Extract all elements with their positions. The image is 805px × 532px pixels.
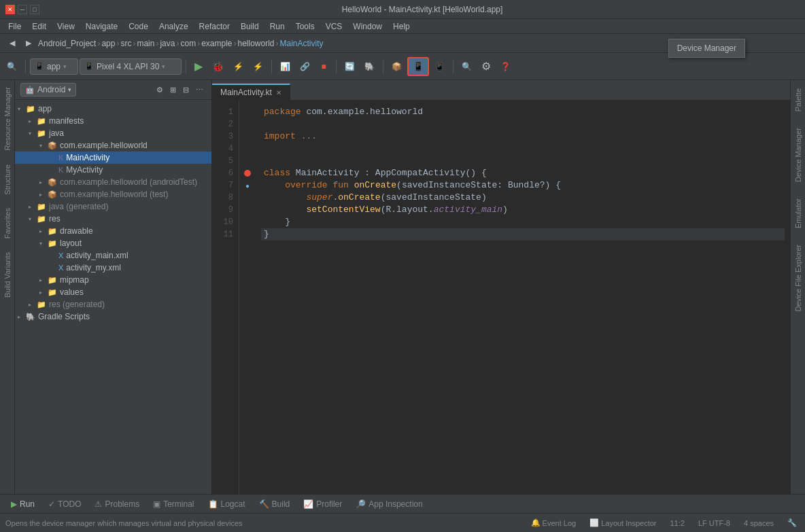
structure-tab[interactable]: Structure <box>1 158 14 202</box>
right-tab-device-manager[interactable]: Device Manager <box>791 120 805 190</box>
tree-activity-my-xml[interactable]: X activity_my.xml <box>15 262 211 274</box>
profiler-button[interactable]: 📊 <box>276 57 294 76</box>
close-button[interactable]: ✕ <box>5 5 15 14</box>
avd-manager-button[interactable]: 📱 <box>430 57 449 76</box>
toolbar-search-button[interactable]: 🔍 <box>3 57 21 76</box>
tree-res[interactable]: ▾ 📁 res <box>15 213 211 225</box>
bottom-tab-profiler[interactable]: 📈 Profiler <box>298 498 347 510</box>
menu-build[interactable]: Build <box>235 20 264 33</box>
favorites-tab[interactable]: Favorites <box>1 201 14 245</box>
menu-code[interactable]: Code <box>123 20 154 33</box>
stop-button[interactable]: ■ <box>315 57 332 76</box>
android-view-dropdown[interactable]: 🤖 Android ▾ <box>20 83 76 96</box>
menu-tools[interactable]: Tools <box>290 20 320 33</box>
breadcrumb-main[interactable]: main <box>137 39 154 48</box>
run-with-coverage-button[interactable]: ⚡ <box>229 57 247 76</box>
tree-com-example-helloworld[interactable]: ▾ 📦 com.example.helloworld <box>15 139 211 152</box>
device-dropdown[interactable]: 📱 Pixel 4 XL API 30 ▾ <box>80 58 182 75</box>
tree-layout[interactable]: ▾ 📁 layout <box>15 237 211 249</box>
sync-button[interactable]: 🔄 <box>341 57 359 76</box>
gutter-breakpoint[interactable] <box>239 167 256 179</box>
encoding-info[interactable]: LF UTF-8 <box>696 518 733 529</box>
event-log-button[interactable]: 🔔 Event Log <box>528 517 579 529</box>
sidebar-more-icon[interactable]: ⋯ <box>193 84 206 96</box>
forward-button[interactable]: ▶ <box>22 37 35 49</box>
app-module-dropdown[interactable]: 📱 app ▾ <box>30 58 78 75</box>
menu-navigate[interactable]: Navigate <box>80 20 123 33</box>
build-variants-tab[interactable]: Build Variants <box>1 245 14 304</box>
tree-res-generated[interactable]: ▸ 📁 res (generated) <box>15 298 211 311</box>
maximize-button[interactable]: □ <box>30 5 39 14</box>
device-manager-button[interactable]: 📱 <box>407 57 429 76</box>
right-tab-device-file-explorer[interactable]: Device File Explorer <box>791 236 805 319</box>
code-line-7: override fun onCreate(savedInstanceState… <box>261 179 785 192</box>
code-content[interactable]: package com.example.helloworld import ..… <box>256 101 790 494</box>
find-action-button[interactable]: 🔍 <box>458 57 476 76</box>
breadcrumb-mainactivity[interactable]: MainActivity <box>280 39 324 48</box>
debug-button[interactable]: 🐞 <box>208 57 228 76</box>
bottom-tab-todo[interactable]: ✓ TODO <box>43 498 86 510</box>
bottom-tab-logcat[interactable]: 📋 Logcat <box>203 498 251 510</box>
sidebar-settings-icon[interactable]: ⚙ <box>154 84 166 96</box>
bottom-tab-run[interactable]: ▶ Run <box>5 498 40 510</box>
menu-view[interactable]: View <box>52 20 80 33</box>
menu-refactor[interactable]: Refactor <box>194 20 235 33</box>
tree-java-generated[interactable]: ▸ 📁 java (generated) <box>15 200 211 213</box>
tree-java[interactable]: ▾ 📁 java <box>15 127 211 139</box>
menu-vcs[interactable]: VCS <box>320 20 348 33</box>
breadcrumb-src[interactable]: src <box>120 39 131 48</box>
sidebar-expand-icon[interactable]: ⊞ <box>167 84 179 96</box>
tree-activity-main-xml[interactable]: X activity_main.xml <box>15 249 211 262</box>
breadcrumb-android-project[interactable]: Android_Project <box>38 39 96 48</box>
tree-layout-arrow: ▾ <box>39 241 48 247</box>
tree-myactivity[interactable]: K MyActivity <box>15 164 211 176</box>
resource-manager-tab[interactable]: Resource Manager <box>1 80 14 158</box>
bottom-tab-problems[interactable]: ⚠ Problems <box>89 498 145 510</box>
tree-values[interactable]: ▸ 📁 values <box>15 286 211 298</box>
gradle-button[interactable]: 🐘 <box>360 57 379 76</box>
sdk-manager-button[interactable]: 📦 <box>388 57 406 76</box>
tree-drawable[interactable]: ▸ 📁 drawable <box>15 225 211 237</box>
menu-help[interactable]: Help <box>388 20 415 33</box>
androidtest-folder-icon: 📦 <box>48 178 57 187</box>
menu-analyze[interactable]: Analyze <box>154 20 194 33</box>
attach-debugger-button[interactable]: 🔗 <box>296 57 314 76</box>
apply-changes-button[interactable]: ⚡ <box>249 57 267 76</box>
minimize-button[interactable]: ─ <box>18 5 27 14</box>
menu-file[interactable]: File <box>3 20 27 33</box>
bottom-tab-app-inspection[interactable]: 🔎 App Inspection <box>350 498 428 510</box>
tree-gradle-scripts[interactable]: ▸ 🐘 Gradle Scripts <box>15 311 211 323</box>
tree-androidtest[interactable]: ▸ 📦 com.example.helloworld (androidTest) <box>15 176 211 188</box>
indent-info[interactable]: 4 spaces <box>741 518 776 529</box>
menu-run[interactable]: Run <box>264 20 290 33</box>
breadcrumb-app[interactable]: app <box>101 39 115 48</box>
tree-manifests[interactable]: ▸ 📁 manifests <box>15 115 211 127</box>
tree-app[interactable]: ▾ 📁 app <box>15 103 211 115</box>
settings-button[interactable]: ⚙ <box>477 57 495 76</box>
tab-close-button[interactable]: ✕ <box>276 89 281 96</box>
back-button[interactable]: ◀ <box>5 37 19 49</box>
code-line-1: package com.example.helloworld <box>261 106 785 118</box>
mainactivity-tab[interactable]: MainActivity.kt ✕ <box>212 84 290 100</box>
menu-edit[interactable]: Edit <box>27 20 52 33</box>
editor-tabs: MainActivity.kt ✕ <box>212 80 790 101</box>
bottom-tab-terminal[interactable]: ▣ Terminal <box>148 498 199 510</box>
breadcrumb-example[interactable]: example <box>201 39 232 48</box>
layout-inspector-button[interactable]: ⬜ Layout Inspector <box>587 517 659 529</box>
tree-mipmap[interactable]: ▸ 📁 mipmap <box>15 274 211 286</box>
bottom-tab-build[interactable]: 🔨 Build <box>254 498 296 510</box>
help-button[interactable]: ❓ <box>496 57 515 76</box>
menu-window[interactable]: Window <box>347 20 388 33</box>
tree-test[interactable]: ▸ 📦 com.example.helloworld (test) <box>15 188 211 200</box>
run-button[interactable]: ▶ <box>190 57 207 76</box>
status-message: Opens the device manager which manages v… <box>5 519 243 527</box>
breadcrumb-com[interactable]: com <box>180 39 196 48</box>
right-tab-palette[interactable]: Palette <box>791 80 805 120</box>
main-layout: Resource Manager Structure Favorites Bui… <box>0 80 805 494</box>
sidebar-collapse-icon[interactable]: ⊟ <box>180 84 192 96</box>
breadcrumb-helloworld[interactable]: helloworld <box>237 39 274 48</box>
breadcrumb-java[interactable]: java <box>160 39 175 48</box>
right-tab-emulator[interactable]: Emulator <box>791 190 805 236</box>
cursor-position[interactable]: 11:2 <box>667 518 687 529</box>
tree-mainactivity[interactable]: K MainActivity <box>15 152 211 164</box>
